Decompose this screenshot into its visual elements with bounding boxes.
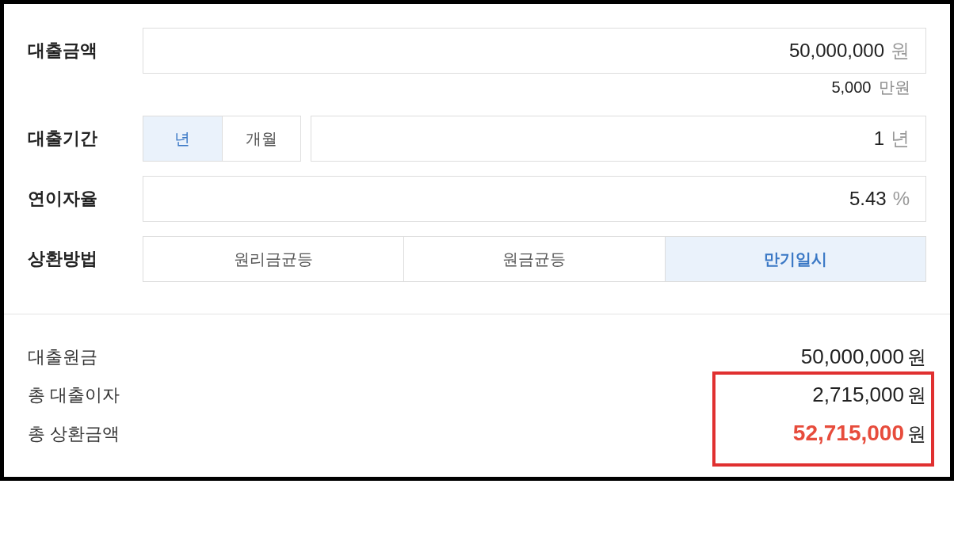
repay-method-label: 상환방법 [28,247,143,271]
term-unit-toggle: 년 개월 [143,116,301,162]
repay-option-equal-principal[interactable]: 원금균등 [404,237,665,281]
result-principal-value-wrap: 50,000,000 원 [801,345,926,370]
result-interest-label: 총 대출이자 [28,383,120,407]
loan-term-row: 대출기간 년 개월 1 년 [28,116,926,162]
result-total-value: 52,715,000 [793,421,904,446]
result-total-unit: 원 [907,421,926,447]
loan-amount-subunit: 만원 [879,78,910,96]
result-interest-value: 2,715,000 [812,383,904,407]
repay-method-toggle: 원리금균등 원금균등 만기일시 [143,236,926,282]
result-section: 대출원금 50,000,000 원 총 대출이자 2,715,000 원 총 상… [4,314,950,477]
result-interest-row: 총 대출이자 2,715,000 원 [28,376,926,414]
loan-term-label: 대출기간 [28,127,143,150]
form-section: 대출금액 50,000,000 원 5,000 만원 대출기간 년 개월 [4,4,950,314]
loan-amount-subtext: 5,000 만원 [143,77,926,98]
interest-rate-unit: % [893,188,910,210]
interest-rate-control: 5.43 % [143,176,926,222]
loan-amount-row: 대출금액 50,000,000 원 [28,28,926,74]
result-principal-unit: 원 [907,345,926,370]
interest-rate-label: 연이자율 [28,187,143,211]
loan-amount-unit: 원 [891,38,910,63]
loan-amount-control: 50,000,000 원 [143,28,926,74]
repay-option-equal-principal-interest[interactable]: 원리금균등 [143,237,404,281]
loan-term-unit: 년 [891,126,910,151]
loan-amount-subvalue: 5,000 [831,78,871,96]
term-toggle-month[interactable]: 개월 [223,116,301,161]
interest-rate-row: 연이자율 5.43 % [28,176,926,222]
interest-rate-value: 5.43 [849,188,887,210]
term-toggle-year[interactable]: 년 [143,116,223,161]
result-principal-row: 대출원금 50,000,000 원 [28,338,926,376]
loan-amount-label: 대출금액 [28,39,143,63]
result-total-label: 총 상환금액 [28,422,120,446]
repay-option-bullet[interactable]: 만기일시 [666,237,925,281]
loan-amount-input[interactable]: 50,000,000 원 [143,28,926,74]
repay-method-control: 원리금균등 원금균등 만기일시 [143,236,926,282]
result-interest-unit: 원 [907,383,926,408]
loan-calculator-panel: 대출금액 50,000,000 원 5,000 만원 대출기간 년 개월 [0,0,954,481]
result-total-row: 총 상환금액 52,715,000 원 [28,414,926,453]
repay-method-row: 상환방법 원리금균등 원금균등 만기일시 [28,236,926,282]
result-principal-value: 50,000,000 [801,345,904,369]
interest-rate-input[interactable]: 5.43 % [143,176,926,222]
result-principal-label: 대출원금 [28,345,97,369]
result-interest-value-wrap: 2,715,000 원 [812,383,926,408]
loan-term-input[interactable]: 1 년 [311,116,926,162]
result-total-value-wrap: 52,715,000 원 [793,421,926,447]
loan-amount-value: 50,000,000 [789,40,884,62]
loan-term-control: 년 개월 1 년 [143,116,926,162]
loan-term-value: 1 [874,128,884,150]
loan-amount-subtext-row: 5,000 만원 [28,77,926,98]
